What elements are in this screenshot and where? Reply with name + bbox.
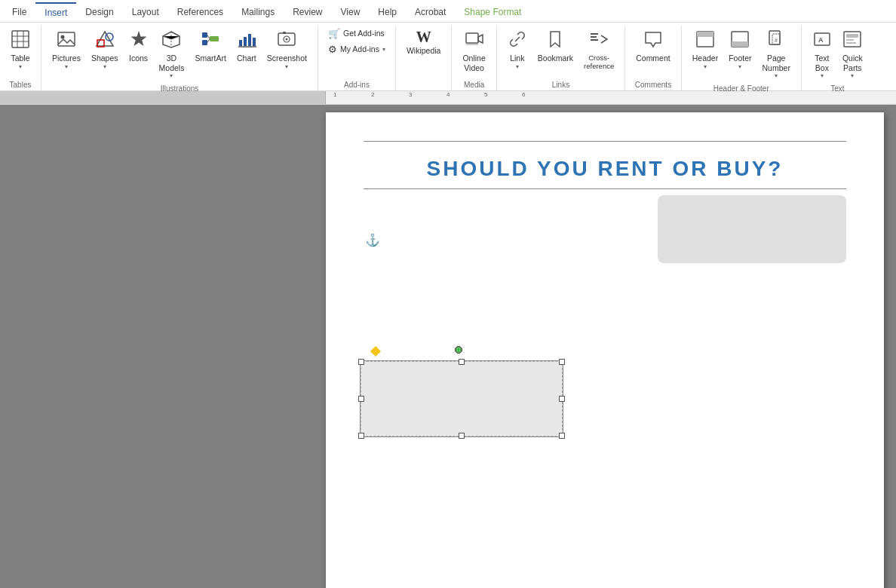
3d-models-dropdown-arrow: ▾ <box>170 72 173 79</box>
text-box-icon: A <box>812 29 832 52</box>
chart-button[interactable]: Chart <box>232 27 261 66</box>
svg-line-15 <box>207 35 210 39</box>
table-button[interactable]: Table ▾ <box>6 27 35 72</box>
page-container: SHOULD YOU RENT OR BUY? ⚓ <box>326 105 896 588</box>
svg-line-16 <box>207 39 210 43</box>
group-media-label: Media <box>455 79 492 90</box>
quick-parts-label: QuickParts <box>842 54 863 72</box>
handle-top-right[interactable] <box>559 359 565 365</box>
online-video-button[interactable]: OnlineVideo <box>458 27 489 75</box>
link-label: Link <box>510 54 524 63</box>
pictures-button[interactable]: Pictures ▾ <box>48 27 85 72</box>
wikipedia-icon: W <box>416 29 431 44</box>
tab-review[interactable]: Review <box>284 2 331 22</box>
tab-design[interactable]: Design <box>76 2 122 22</box>
group-wikipedia: W Wikipedia <box>396 26 453 90</box>
get-addins-button[interactable]: 🛒 Get Add-ins <box>324 27 388 40</box>
yellow-diamond-handle[interactable] <box>372 348 379 355</box>
get-addins-label: Get Add-ins <box>343 29 385 38</box>
tab-acrobat[interactable]: Acrobat <box>406 2 455 22</box>
svg-rect-25 <box>283 32 286 34</box>
anchor-icon[interactable]: ⚓ <box>365 233 380 247</box>
3d-models-label: 3DModels <box>159 54 185 72</box>
tab-help[interactable]: Help <box>369 2 406 22</box>
image-placeholder-1[interactable] <box>658 195 846 263</box>
3d-models-button[interactable]: 3DModels ▾ <box>155 27 189 81</box>
handle-bottom-left[interactable] <box>358 433 364 439</box>
handle-mid-left[interactable] <box>358 396 364 402</box>
header-label: Header <box>692 54 718 63</box>
comment-icon <box>643 29 663 52</box>
cross-reference-label: Cross-reference <box>584 54 614 71</box>
group-text: A TextBox ▾ QuickPar <box>802 26 873 90</box>
group-text-items: A TextBox ▾ QuickPar <box>805 26 870 83</box>
group-wikipedia-items: W Wikipedia <box>399 26 449 87</box>
my-addins-icon: ⚙ <box>328 44 337 54</box>
handle-top-mid[interactable] <box>459 359 465 365</box>
svg-rect-12 <box>202 32 207 38</box>
group-comments: Comment Comments <box>625 26 682 90</box>
ruler-mark: 1 <box>333 91 336 98</box>
link-icon <box>508 29 527 52</box>
bookmark-label: Bookmark <box>538 54 573 63</box>
shapes-button[interactable]: Shapes ▾ <box>87 27 123 72</box>
footer-dropdown-arrow: ▾ <box>738 63 741 70</box>
left-margin-area <box>0 105 326 588</box>
rotate-handle[interactable] <box>455 346 462 354</box>
group-tables-label: Tables <box>3 79 38 90</box>
svg-rect-33 <box>697 32 713 37</box>
smartart-button[interactable]: SmartArt <box>190 27 230 66</box>
screenshot-button[interactable]: Screenshot ▾ <box>262 27 311 72</box>
group-media-items: OnlineVideo <box>455 26 492 79</box>
bookmark-icon <box>545 29 565 52</box>
tab-file[interactable]: File <box>3 2 35 22</box>
group-addins: 🛒 Get Add-ins ⚙ My Add-ins ▾ Add-ins <box>318 26 396 90</box>
online-video-label: OnlineVideo <box>462 54 485 72</box>
header-icon <box>695 29 715 52</box>
online-video-icon <box>465 29 484 52</box>
tab-references[interactable]: References <box>168 2 232 22</box>
header-button[interactable]: Header ▾ <box>688 27 723 72</box>
handle-bottom-right[interactable] <box>559 433 565 439</box>
svg-rect-30 <box>591 36 597 38</box>
svg-rect-18 <box>244 37 247 46</box>
handle-bottom-mid[interactable] <box>459 433 465 439</box>
tab-insert[interactable]: Insert <box>35 2 76 22</box>
text-box-button[interactable]: A TextBox ▾ <box>808 27 836 81</box>
screenshot-dropdown-arrow: ▾ <box>285 63 288 70</box>
group-addins-items: 🛒 Get Add-ins ⚙ My Add-ins ▾ <box>321 26 392 79</box>
comment-button[interactable]: Comment <box>631 27 675 66</box>
tab-shape-format[interactable]: Shape Format <box>455 2 530 22</box>
svg-rect-20 <box>253 38 256 46</box>
svg-marker-10 <box>130 31 146 46</box>
handle-mid-right[interactable] <box>559 396 565 402</box>
pictures-icon <box>57 29 76 52</box>
tab-layout[interactable]: Layout <box>123 2 168 22</box>
pictures-dropdown-arrow: ▾ <box>65 63 68 70</box>
ruler-mark: 2 <box>371 91 374 98</box>
page-number-button[interactable]: # PageNumber ▾ <box>758 27 795 81</box>
svg-point-6 <box>60 35 64 39</box>
group-comments-label: Comments <box>628 79 678 90</box>
link-button[interactable]: Link ▾ <box>503 27 532 72</box>
svg-rect-44 <box>846 42 856 44</box>
svg-rect-19 <box>248 34 251 46</box>
footer-button[interactable]: Footer ▾ <box>724 27 756 72</box>
selection-border <box>360 360 563 437</box>
page-area: SHOULD YOU RENT OR BUY? ⚓ <box>0 105 896 588</box>
tab-view[interactable]: View <box>332 2 370 22</box>
wikipedia-button[interactable]: W Wikipedia <box>402 27 446 58</box>
cross-reference-button[interactable]: Cross-reference <box>579 27 618 73</box>
tab-mailings[interactable]: Mailings <box>232 2 284 22</box>
table-icon <box>11 29 30 52</box>
top-rule <box>364 141 846 142</box>
icons-button[interactable]: Icons <box>124 27 153 66</box>
quick-parts-button[interactable]: QuickParts ▾ <box>838 27 867 81</box>
handle-top-left[interactable] <box>358 359 364 365</box>
chart-icon <box>237 29 256 52</box>
my-addins-button[interactable]: ⚙ My Add-ins ▾ <box>324 43 389 56</box>
svg-rect-13 <box>202 40 207 45</box>
bookmark-button[interactable]: Bookmark <box>533 27 578 66</box>
image-placeholder-2[interactable] <box>361 361 563 436</box>
quick-parts-dropdown-arrow: ▾ <box>851 72 854 79</box>
